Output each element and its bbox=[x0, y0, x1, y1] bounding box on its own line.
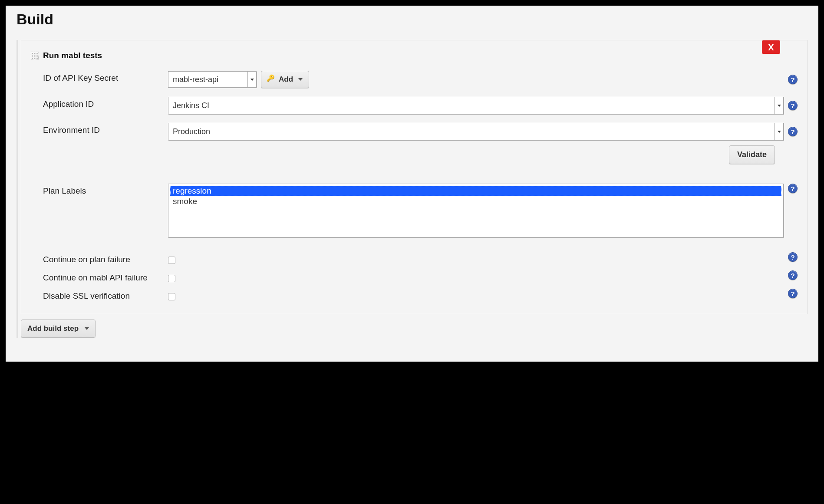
row-continue-plan-failure: Continue on plan failure ? bbox=[31, 252, 798, 264]
application-id-select[interactable]: Jenkins CI bbox=[168, 97, 784, 114]
continue-plan-failure-checkbox[interactable] bbox=[168, 257, 175, 264]
label-disable-ssl: Disable SSL verification bbox=[43, 289, 168, 301]
chevron-down-icon bbox=[298, 78, 303, 81]
build-config-page: Build X Run mabl tests ID of API Key Sec… bbox=[6, 6, 818, 362]
label-plan-labels: Plan Labels bbox=[43, 184, 168, 196]
row-continue-api-failure: Continue on mabl API failure ? bbox=[31, 270, 798, 283]
drag-handle-icon[interactable] bbox=[31, 52, 39, 59]
chevron-down-icon bbox=[85, 327, 89, 330]
environment-id-select[interactable]: Production bbox=[168, 123, 784, 140]
help-icon[interactable]: ? bbox=[788, 101, 798, 110]
label-continue-plan-failure: Continue on plan failure bbox=[43, 252, 168, 264]
key-icon bbox=[267, 77, 275, 82]
step-title: Run mabl tests bbox=[43, 51, 102, 60]
label-application-id: Application ID bbox=[43, 97, 168, 109]
row-api-key: ID of API Key Secret mabl-rest-api Add ? bbox=[31, 71, 798, 88]
config-area: X Run mabl tests ID of API Key Secret ma… bbox=[16, 40, 808, 338]
build-step-box: X Run mabl tests ID of API Key Secret ma… bbox=[21, 40, 808, 314]
add-credentials-button[interactable]: Add bbox=[261, 71, 309, 88]
environment-id-value: Production bbox=[173, 127, 210, 136]
label-continue-api-failure: Continue on mabl API failure bbox=[43, 270, 168, 283]
help-icon[interactable]: ? bbox=[788, 75, 798, 84]
chevron-down-icon bbox=[247, 72, 256, 87]
section-title: Build bbox=[16, 11, 808, 28]
chevron-down-icon bbox=[775, 97, 783, 114]
help-icon[interactable]: ? bbox=[788, 252, 798, 262]
add-credentials-label: Add bbox=[279, 75, 293, 84]
step-header: Run mabl tests bbox=[31, 51, 798, 60]
api-key-value: mabl-rest-api bbox=[173, 75, 218, 84]
label-environment-id: Environment ID bbox=[43, 123, 168, 135]
help-icon[interactable]: ? bbox=[788, 270, 798, 280]
add-build-step-label: Add build step bbox=[27, 324, 79, 333]
close-step-button[interactable]: X bbox=[762, 40, 780, 54]
row-disable-ssl: Disable SSL verification ? bbox=[31, 289, 798, 301]
plan-labels-listbox[interactable]: regression smoke bbox=[168, 184, 784, 237]
listbox-option-regression[interactable]: regression bbox=[170, 186, 781, 196]
help-icon[interactable]: ? bbox=[788, 127, 798, 136]
validate-button[interactable]: Validate bbox=[729, 145, 775, 164]
api-key-select[interactable]: mabl-rest-api bbox=[168, 71, 257, 88]
row-plan-labels: Plan Labels regression smoke ? bbox=[31, 184, 798, 237]
row-application-id: Application ID Jenkins CI ? bbox=[31, 97, 798, 114]
disable-ssl-checkbox[interactable] bbox=[168, 293, 175, 300]
chevron-down-icon bbox=[775, 123, 783, 140]
add-build-step-button[interactable]: Add build step bbox=[21, 320, 96, 338]
row-environment-id: Environment ID Production ? bbox=[31, 123, 798, 140]
application-id-value: Jenkins CI bbox=[173, 101, 209, 110]
continue-api-failure-checkbox[interactable] bbox=[168, 275, 175, 282]
validate-row: Validate bbox=[31, 145, 798, 164]
help-icon[interactable]: ? bbox=[788, 289, 798, 298]
help-icon[interactable]: ? bbox=[788, 184, 798, 193]
label-api-key: ID of API Key Secret bbox=[43, 71, 168, 83]
listbox-option-smoke[interactable]: smoke bbox=[170, 196, 781, 207]
